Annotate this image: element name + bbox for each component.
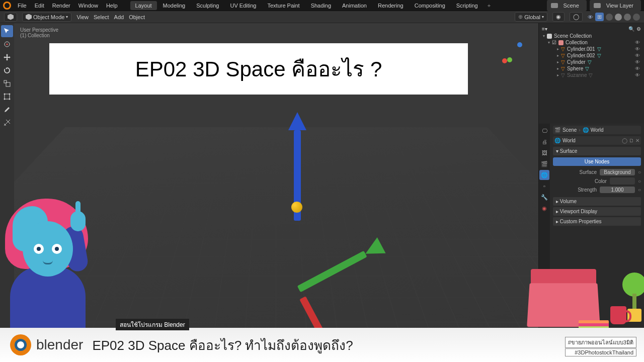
outliner-header: ≡▾ 🔍 ⚙ bbox=[541, 25, 642, 33]
outliner-filter-toggle-icon[interactable]: ⚙ bbox=[636, 26, 641, 32]
nav-gizmo[interactable] bbox=[498, 38, 528, 68]
visibility-toggle-icon[interactable]: 👁 bbox=[635, 59, 640, 65]
snap-toggle[interactable]: ◉ bbox=[552, 12, 565, 22]
title-overlay: EP02 3D Space คืออะไร ? bbox=[49, 43, 468, 95]
menu-add[interactable]: Add bbox=[114, 14, 124, 20]
panel-custom-props[interactable]: ▸ Custom Properties bbox=[553, 217, 641, 226]
menu-object[interactable]: Object bbox=[129, 14, 145, 20]
prop-tab-object[interactable]: ▫ bbox=[539, 181, 549, 191]
proportional-edit-icon[interactable]: ◯ bbox=[570, 12, 583, 22]
surface-type[interactable]: Background bbox=[600, 169, 635, 175]
panel-surface[interactable]: ▾ Surface bbox=[553, 147, 641, 155]
svg-point-6 bbox=[9, 94, 11, 95]
workspace-tab-rendering[interactable]: Rendering bbox=[373, 1, 409, 10]
overlay-toggle-icon[interactable]: 👁 bbox=[588, 14, 593, 20]
menu-edit[interactable]: Edit bbox=[31, 1, 48, 10]
outliner-item[interactable]: ▸▽ Cylinder.002▽ 👁 bbox=[541, 52, 642, 59]
gizmo-toggle-icon[interactable]: ⊞ bbox=[595, 13, 604, 21]
workspace-add-icon[interactable]: + bbox=[484, 1, 494, 10]
workspace-tab-shading[interactable]: Shading bbox=[306, 1, 336, 10]
viewport-header: Object Mode▾ View Select Add Object ⊕Glo… bbox=[0, 11, 644, 23]
visibility-toggle-icon[interactable]: 👁 bbox=[635, 53, 640, 58]
viewport-info: User Perspective (1) Collection bbox=[20, 27, 58, 38]
tool-select-box[interactable] bbox=[1, 25, 13, 37]
workspace-tab-uvediting[interactable]: UV Editing bbox=[225, 1, 261, 10]
prop-breadcrumb[interactable]: 🎬Scene › 🌐World bbox=[553, 126, 641, 134]
world-datablock[interactable]: 🌐World ◯ 🗋 ✕ bbox=[553, 136, 641, 145]
workspace-tab-compositing[interactable]: Compositing bbox=[410, 1, 450, 10]
prop-tab-render[interactable]: 🖵 bbox=[539, 126, 549, 136]
outliner-item[interactable]: ▸▽ Sphere▽ 👁 bbox=[541, 65, 642, 72]
strength-input[interactable]: 1.000 bbox=[600, 187, 635, 193]
workspace-tab-animation[interactable]: Animation bbox=[337, 1, 372, 10]
origin-sphere bbox=[291, 202, 302, 213]
collection-icon bbox=[558, 40, 564, 45]
panel-volume[interactable]: ▸ Volume bbox=[553, 197, 641, 206]
visibility-toggle-icon[interactable]: 👁 bbox=[635, 66, 640, 71]
tool-annotate[interactable] bbox=[1, 104, 13, 116]
menu-select[interactable]: Select bbox=[94, 14, 109, 20]
character-illustration bbox=[0, 201, 96, 342]
menu-view[interactable]: View bbox=[76, 14, 89, 20]
workspace-tab-sculpting[interactable]: Sculpting bbox=[191, 1, 224, 10]
menu-render[interactable]: Render bbox=[49, 1, 74, 10]
top-menu-bar: File Edit Render Window Help Layout Mode… bbox=[0, 0, 644, 11]
scene-selector[interactable]: Scene bbox=[547, 0, 587, 11]
axis-arrows-3d bbox=[213, 112, 389, 288]
outliner-item[interactable]: ▸▽ Suzanne▽ 👁 bbox=[541, 72, 642, 78]
hashtags: #ขายภาพออนไลน์แบบ3มิติ #3DPhotostockThai… bbox=[565, 336, 636, 357]
visibility-toggle-icon[interactable]: 👁 bbox=[635, 72, 640, 78]
svg-point-7 bbox=[4, 99, 6, 100]
workspace-tab-texturepaint[interactable]: Texture Paint bbox=[262, 1, 304, 10]
svg-rect-4 bbox=[5, 94, 10, 99]
workspace-tab-layout[interactable]: Layout bbox=[130, 1, 157, 10]
blender-brand: blender bbox=[10, 334, 83, 355]
prop-tab-modifier[interactable]: 🔧 bbox=[539, 192, 549, 202]
shading-rendered-icon[interactable] bbox=[633, 14, 640, 21]
editor-type-icon[interactable] bbox=[4, 13, 17, 22]
prop-tab-output[interactable]: 🖨 bbox=[539, 137, 549, 147]
outliner[interactable]: ≡▾ 🔍 ⚙ ▾ Scene Collection ▾☑ Collection … bbox=[539, 23, 644, 124]
footer-banner: สอนใช้โปรแกรม Blender blender EP02 3D Sp… bbox=[0, 328, 644, 362]
outliner-search-icon[interactable]: 🔍 bbox=[628, 26, 634, 32]
orientation-selector[interactable]: ⊕Global▾ bbox=[515, 12, 547, 22]
viewlayer-selector[interactable]: View Layer bbox=[590, 0, 641, 11]
workspace-tab-modeling[interactable]: Modeling bbox=[158, 1, 191, 10]
panel-viewport-display[interactable]: ▸ Viewport Display bbox=[553, 207, 641, 216]
desk-illustration bbox=[518, 246, 644, 337]
tool-measure[interactable] bbox=[1, 117, 13, 129]
use-nodes-button[interactable]: Use Nodes bbox=[553, 157, 641, 166]
color-swatch[interactable] bbox=[610, 177, 635, 185]
outliner-filter-icon[interactable]: ≡▾ bbox=[542, 26, 547, 32]
workspace-tab-scripting[interactable]: Scripting bbox=[451, 1, 483, 10]
mode-selector[interactable]: Object Mode▾ bbox=[22, 13, 71, 22]
prop-tab-viewlayer[interactable]: 🖼 bbox=[539, 148, 549, 158]
collection-icon bbox=[547, 34, 552, 39]
visibility-toggle-icon[interactable]: 👁 bbox=[635, 40, 640, 45]
scene-icon: 🎬 bbox=[554, 127, 560, 133]
prop-tab-scene[interactable]: 🎬 bbox=[539, 159, 549, 169]
shading-material-icon[interactable] bbox=[624, 14, 631, 21]
tool-transform[interactable] bbox=[1, 90, 13, 103]
tool-scale[interactable] bbox=[1, 77, 13, 89]
menu-help[interactable]: Help bbox=[103, 1, 121, 10]
outliner-item[interactable]: ▸▽ Cylinder▽ 👁 bbox=[541, 59, 642, 65]
shading-solid-icon[interactable] bbox=[615, 14, 622, 21]
menu-window[interactable]: Window bbox=[75, 1, 102, 10]
blender-logo-icon bbox=[3, 2, 11, 10]
tool-move[interactable] bbox=[1, 51, 13, 63]
tool-rotate[interactable] bbox=[1, 64, 13, 76]
svg-point-1 bbox=[7, 44, 8, 45]
visibility-toggle-icon[interactable]: 👁 bbox=[635, 46, 640, 52]
footer-tag: สอนใช้โปรแกรม Blender bbox=[116, 319, 189, 330]
outliner-root[interactable]: ▾ Scene Collection bbox=[541, 33, 642, 39]
shading-wireframe-icon[interactable] bbox=[606, 14, 613, 21]
menu-file[interactable]: File bbox=[14, 1, 30, 10]
prop-tab-world[interactable]: 🌐 bbox=[539, 170, 549, 180]
outliner-collection[interactable]: ▾☑ Collection 👁 bbox=[541, 39, 642, 46]
outliner-item[interactable]: ▸▽ Cylinder.001▽ 👁 bbox=[541, 46, 642, 52]
footer-title: EP02 3D Space คืออะไร? ทำไมถึงต้องพูดถึง… bbox=[92, 335, 353, 355]
tool-cursor[interactable] bbox=[1, 38, 13, 50]
prop-tab-material[interactable]: ◉ bbox=[539, 203, 549, 213]
world-icon: 🌐 bbox=[554, 138, 560, 143]
